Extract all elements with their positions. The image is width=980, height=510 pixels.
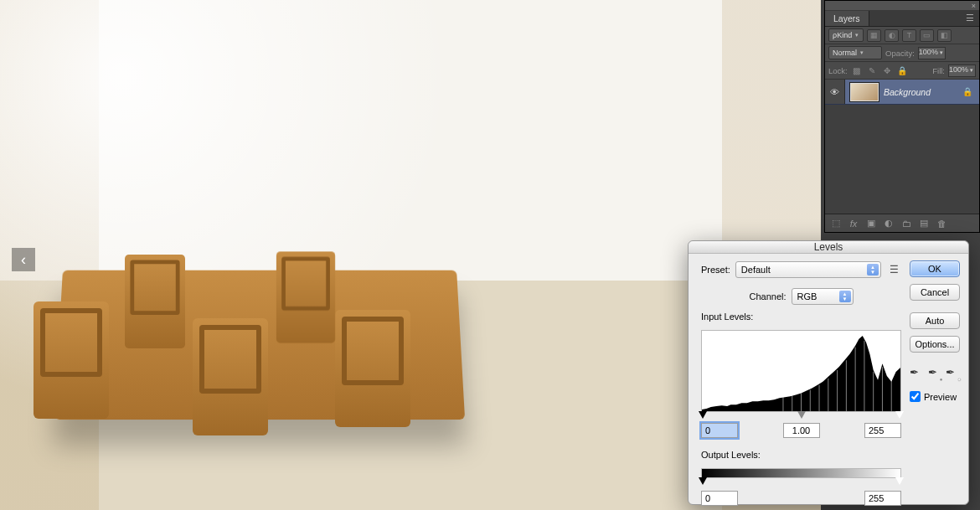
visibility-toggle-icon[interactable]: 👁 [825, 80, 845, 104]
layer-name[interactable]: Background [884, 87, 956, 97]
layer-thumbnail[interactable] [850, 83, 879, 101]
delete-layer-icon[interactable]: 🗑 [934, 217, 949, 230]
preview-checkbox-row[interactable]: Preview [910, 391, 960, 402]
new-layer-icon[interactable]: ▤ [916, 217, 931, 230]
preview-label: Preview [924, 392, 957, 402]
lock-pixels-icon[interactable]: ✎ [866, 64, 878, 76]
link-layers-icon[interactable]: ⬚ [828, 217, 843, 230]
panel-menu-icon[interactable]: ☰ [961, 13, 979, 23]
lock-transparent-icon[interactable]: ▩ [851, 64, 863, 76]
options-button[interactable]: Options... [910, 336, 960, 353]
preset-label: Preset: [701, 265, 730, 275]
filter-type-icon[interactable]: T [902, 29, 916, 42]
lock-icon: 🔒 [956, 87, 979, 96]
white-point-slider[interactable] [895, 411, 904, 419]
preview-checkbox[interactable] [910, 391, 921, 402]
preset-menu-icon[interactable]: ☰ [886, 263, 901, 276]
output-black-field[interactable] [701, 491, 738, 506]
filter-adjustment-icon[interactable]: ◐ [885, 29, 899, 42]
filter-smart-icon[interactable]: ◧ [937, 29, 952, 42]
filter-shape-icon[interactable]: ▭ [920, 29, 934, 42]
opacity-label: Opacity: [885, 49, 915, 58]
cancel-button[interactable]: Cancel [910, 284, 960, 301]
blend-mode-select[interactable]: Normal [828, 46, 882, 59]
levels-dialog: Levels Preset: Default ▲▼ ☰ Channel: RGB… [688, 240, 969, 505]
preset-select[interactable]: Default ▲▼ [735, 261, 881, 278]
input-slider[interactable] [701, 411, 901, 421]
carousel-prev-button[interactable]: ‹ [12, 248, 35, 271]
midtone-slider[interactable] [797, 411, 806, 419]
fill-label: Fill: [932, 66, 945, 75]
output-black-slider[interactable] [699, 477, 707, 485]
close-icon[interactable]: × [972, 2, 976, 10]
filter-pixel-icon[interactable]: ▦ [867, 29, 881, 42]
black-eyedropper-icon[interactable]: ✒ [910, 366, 924, 381]
layer-fx-icon[interactable]: fx [846, 217, 861, 230]
dialog-title: Levels [689, 241, 968, 254]
lock-all-icon[interactable]: 🔒 [896, 64, 908, 76]
input-white-field[interactable] [864, 423, 901, 438]
output-levels-label: Output Levels: [701, 450, 901, 460]
black-point-slider[interactable] [699, 411, 707, 419]
layer-list: 👁 Background 🔒 [825, 80, 979, 214]
lock-label: Lock: [828, 66, 848, 75]
output-slider[interactable] [701, 477, 901, 487]
ok-button[interactable]: OK [910, 260, 960, 277]
adjustment-layer-icon[interactable]: ◐ [881, 217, 896, 230]
output-white-slider[interactable] [895, 477, 904, 485]
layers-footer: ⬚ fx ▣ ◐ 🗀 ▤ 🗑 [825, 214, 979, 232]
input-levels-label: Input Levels: [701, 312, 901, 322]
input-gamma-field[interactable] [783, 423, 820, 438]
opacity-input[interactable]: 100% [918, 47, 946, 59]
layer-row[interactable]: 👁 Background 🔒 [825, 80, 979, 105]
input-black-field[interactable] [701, 423, 738, 438]
layer-mask-icon[interactable]: ▣ [864, 217, 879, 230]
auto-button[interactable]: Auto [910, 312, 960, 329]
layer-filter-kind-select[interactable]: ρ Kind [828, 28, 864, 42]
layers-panel: × Layers ☰ ρ Kind ▦ ◐ T ▭ ◧ Normal Opaci… [824, 0, 980, 233]
histogram[interactable] [701, 330, 901, 412]
layers-tab[interactable]: Layers [825, 11, 869, 26]
white-eyedropper-icon[interactable]: ✒ [946, 366, 960, 381]
lock-position-icon[interactable]: ✥ [881, 64, 893, 76]
channel-label: Channel: [749, 291, 786, 301]
fill-input[interactable]: 100% [948, 64, 976, 77]
layer-group-icon[interactable]: 🗀 [899, 217, 914, 230]
output-white-field[interactable] [864, 491, 901, 506]
panel-header: × [825, 1, 979, 10]
gray-eyedropper-icon[interactable]: ✒ [928, 366, 942, 381]
channel-select[interactable]: RGB ▲▼ [792, 288, 854, 305]
